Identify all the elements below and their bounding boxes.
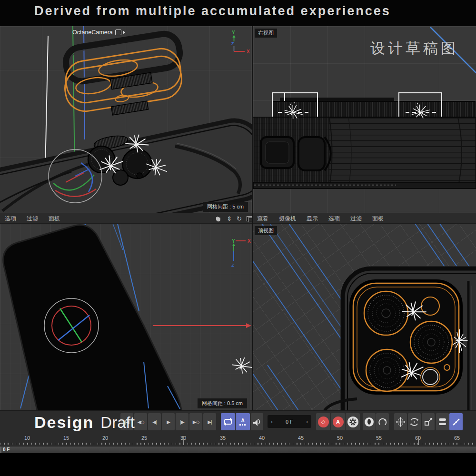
loop-mode-button[interactable] xyxy=(221,413,235,430)
previous-key-button[interactable]: ◀◇ xyxy=(134,413,147,430)
pla-toggle-button[interactable] xyxy=(449,413,463,430)
design-draft-watermark-cn: 设计草稿图 xyxy=(370,39,458,59)
layer-toggle-button[interactable] xyxy=(436,413,449,430)
gear-icon xyxy=(347,416,358,427)
viewport-front-view[interactable]: Y Z X 网格间距 : 0.5 cm xyxy=(0,224,252,410)
position-record-icon xyxy=(365,417,374,426)
next-key-button[interactable]: ▶◇ xyxy=(189,413,202,430)
ruler-tick: 50 xyxy=(337,435,343,441)
camera-tag-arrow-icon xyxy=(123,30,125,34)
move-tool-button[interactable] xyxy=(394,413,407,430)
viewport-label[interactable]: 顶视图 xyxy=(255,226,277,235)
perspective-menu: 选项 过滤 面板 xyxy=(5,213,60,224)
autokey-a-icon: A xyxy=(333,416,344,427)
exploded-phone-wireframe xyxy=(0,26,252,213)
title-bar: Derived from multiple accumulated experi… xyxy=(0,0,476,26)
menu-options[interactable]: 选项 xyxy=(5,215,16,223)
menu-view[interactable]: 查看 xyxy=(257,215,268,223)
ruler-tick: 65 xyxy=(454,435,460,441)
ruler-tick: 45 xyxy=(298,435,304,441)
menu-panel2[interactable]: 面板 xyxy=(372,215,384,223)
frame-increment[interactable]: › xyxy=(306,418,308,425)
zoom-tool-icon[interactable]: ⇕ xyxy=(227,215,232,222)
playhead-marker[interactable] xyxy=(0,446,1,454)
viewport-nav-tools: ⇕ ↻ xyxy=(215,213,252,224)
menu-panel[interactable]: 面板 xyxy=(49,215,60,223)
viewport-top-view[interactable]: 顶视图 xyxy=(253,224,476,410)
go-to-end-button[interactable]: ▶| xyxy=(203,413,216,430)
camera-module-top-view xyxy=(253,224,476,410)
camera-tag-icon xyxy=(115,30,121,35)
camera-label[interactable]: OctaneCamera xyxy=(72,29,125,36)
current-frame-field[interactable]: ‹ 0 F › xyxy=(268,415,311,428)
menu-display[interactable]: 显示 xyxy=(307,215,318,223)
footer-spacer xyxy=(0,453,476,476)
menu-filter2[interactable]: 过滤 xyxy=(350,215,362,223)
autokeying-button[interactable]: A xyxy=(331,413,345,430)
ruler-tick: 20 xyxy=(102,435,108,441)
page-title: Derived from multiple accumulated experi… xyxy=(34,4,391,19)
viewport-label[interactable]: 右视图 xyxy=(255,29,277,38)
viewport-right-view[interactable]: 右视图 设计草稿图 xyxy=(253,26,476,213)
current-frame-label: 0 F xyxy=(3,447,10,452)
menu-cameras[interactable]: 摄像机 xyxy=(279,215,296,223)
pill-icon xyxy=(439,418,446,421)
next-frame-button[interactable]: |▶ xyxy=(176,413,188,430)
keyframe-selection-button[interactable] xyxy=(346,413,360,430)
svg-text:Y: Y xyxy=(232,238,235,244)
ruler-tick: 40 xyxy=(259,435,265,441)
svg-text:Z: Z xyxy=(231,41,234,46)
grid-spacing-badge: 网格间距 : 0.5 cm xyxy=(198,398,247,408)
watermark-regular: Draft xyxy=(100,414,135,431)
svg-text:Z: Z xyxy=(231,263,234,268)
ruler-tick: 10 xyxy=(24,435,30,441)
ruler-tick: 15 xyxy=(63,435,69,441)
app-window: Derived from multiple accumulated experi… xyxy=(0,0,476,476)
play-button[interactable]: ▶ xyxy=(162,413,175,430)
rotate-icon xyxy=(409,417,419,427)
sound-button[interactable] xyxy=(251,413,263,430)
right-view-menu: 查看 摄像机 显示 选项 过滤 面板 xyxy=(257,213,384,224)
scale-icon xyxy=(423,417,433,427)
previous-frame-button[interactable]: ◀| xyxy=(148,413,161,430)
svg-text:Y: Y xyxy=(232,30,235,35)
move-icon xyxy=(396,417,406,427)
svg-text:X: X xyxy=(248,238,251,244)
record-rotation-toggle[interactable] xyxy=(376,413,389,430)
rotation-record-icon xyxy=(377,417,387,427)
timeline-ruler[interactable]: 10 15 20 25 30 35 40 45 50 55 60 65 xyxy=(0,433,476,446)
design-draft-watermark-en: DesignDraft xyxy=(34,413,135,432)
scale-tool-button[interactable] xyxy=(422,413,435,430)
phone-silhouette xyxy=(0,224,252,410)
frame-value[interactable]: 0 F xyxy=(286,419,293,425)
menu-options2[interactable]: 选项 xyxy=(328,215,340,223)
loop-icon xyxy=(223,417,233,426)
timeline-playbar[interactable]: 0 F xyxy=(0,446,476,453)
viewport-divider xyxy=(252,26,253,410)
svg-text:X: X xyxy=(247,49,250,54)
viewport-menu-strip: 选项 过滤 面板 查看 摄像机 显示 选项 过滤 面板 ⇕ ↻ xyxy=(0,213,476,224)
pill-icon xyxy=(439,423,446,425)
frame-decrement[interactable]: ‹ xyxy=(271,418,273,425)
camera-label-text: OctaneCamera xyxy=(72,29,113,36)
pan-hand-icon[interactable] xyxy=(215,215,222,222)
autokey-scope-button[interactable]: A xyxy=(236,413,250,430)
akey-letter: A xyxy=(241,418,244,423)
ruler-tick: 55 xyxy=(376,435,382,441)
record-diamond-icon: ◇ xyxy=(318,416,329,427)
speaker-icon xyxy=(252,416,262,427)
ruler-tick: 35 xyxy=(220,435,226,441)
record-position-toggle[interactable] xyxy=(363,413,376,430)
ruler-tick: 25 xyxy=(141,435,147,441)
rotate-view-icon[interactable]: ↻ xyxy=(237,215,242,222)
viewport-perspective[interactable]: OctaneCamera Y Z X 网格间距 : 5 cm xyxy=(0,26,252,213)
pla-diagonal-icon xyxy=(451,417,461,427)
axis-gizmo-perspective: Y Z X xyxy=(228,29,252,57)
grid-spacing-badge: 网格间距 : 5 cm xyxy=(203,202,248,212)
watermark-bold: Design xyxy=(34,413,94,431)
axis-gizmo-front: Y Z X xyxy=(228,237,252,268)
ruler-tick-dots xyxy=(0,443,476,445)
menu-filter[interactable]: 过滤 xyxy=(27,215,38,223)
record-keyframe-button[interactable]: ◇ xyxy=(316,413,330,430)
rotate-tool-button[interactable] xyxy=(408,413,421,430)
